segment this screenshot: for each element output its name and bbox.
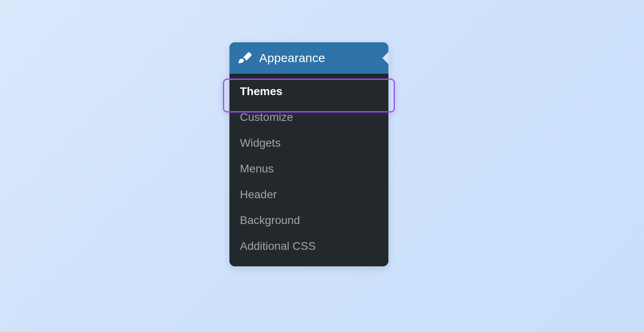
submenu-label: Header xyxy=(240,188,277,201)
menu-header-appearance[interactable]: Appearance xyxy=(229,42,388,74)
submenu-item-header[interactable]: Header xyxy=(229,182,388,208)
submenu-item-widgets[interactable]: Widgets xyxy=(229,130,388,156)
menu-title: Appearance xyxy=(259,51,325,65)
submenu-item-themes[interactable]: Themes xyxy=(229,79,388,104)
submenu-label: Widgets xyxy=(240,137,281,149)
submenu-label: Additional CSS xyxy=(240,240,316,252)
submenu-item-customize[interactable]: Customize xyxy=(229,104,388,130)
submenu-label: Themes xyxy=(240,85,283,98)
appearance-submenu: Themes Customize Widgets Menus Header Ba… xyxy=(229,74,388,266)
active-indicator-arrow xyxy=(382,52,389,64)
submenu-label: Customize xyxy=(240,111,293,123)
submenu-item-menus[interactable]: Menus xyxy=(229,156,388,182)
submenu-item-background[interactable]: Background xyxy=(229,208,388,233)
appearance-menu-panel: Appearance Themes Customize Widgets Menu… xyxy=(229,42,388,266)
submenu-item-additional-css[interactable]: Additional CSS xyxy=(229,233,388,259)
submenu-label: Menus xyxy=(240,162,274,175)
paintbrush-icon xyxy=(237,51,252,65)
submenu-label: Background xyxy=(240,214,300,226)
